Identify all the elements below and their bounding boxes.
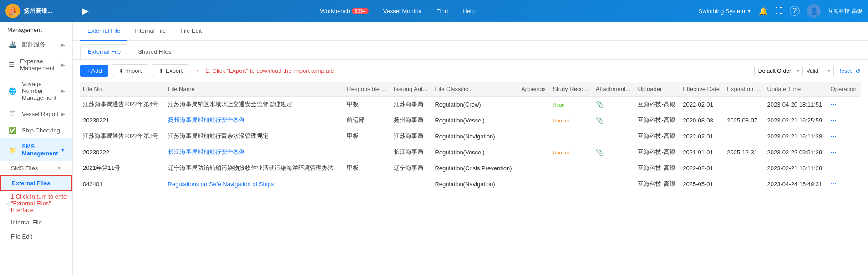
file-name-link[interactable]: Regulations on Safe Navigation of Ships <box>168 181 274 188</box>
cell-file-no: 042401 <box>80 176 165 192</box>
cell-file-name[interactable]: Regulations on Safe Navigation of Ships <box>165 176 345 192</box>
header-nav: Workbench 8934 Vessel Monitor Find Help <box>96 8 699 15</box>
cell-classification: Regulation(Navigation) <box>432 176 518 192</box>
cell-responsible: 航运部 <box>344 112 391 128</box>
sidebar-item-vessel-report[interactable]: 📋 Vessel Report ▶ <box>0 106 72 122</box>
paperclip-icon[interactable]: 📎 <box>596 148 604 156</box>
nav-find[interactable]: Find <box>437 8 448 15</box>
sidebar-item-expense-management[interactable]: ☰ Expense Management ▶ <box>0 53 72 76</box>
order-select[interactable]: Default Order <box>754 66 803 76</box>
study-record-badge: Unread <box>553 150 569 155</box>
subtab-shared-files[interactable]: Shared Files <box>130 44 179 59</box>
vessel-report-icon: 📋 <box>9 110 16 117</box>
file-table: File No. File Name Responsible ... Issui… <box>80 82 861 192</box>
cell-attachment <box>593 160 635 176</box>
layout: Management 🚢 船舶服务 ▶ ☰ Expense Management… <box>0 22 868 275</box>
cell-file-name[interactable]: 长江海事局船舶航行安全条例 <box>165 144 345 160</box>
paperclip-icon[interactable]: 📎 <box>596 117 604 124</box>
col-expiration: Expiration ... <box>724 82 764 97</box>
cell-responsible: 甲板 <box>344 128 391 144</box>
cell-effective-date: 2020-08-08 <box>680 112 724 128</box>
nav-help[interactable]: Help <box>462 8 475 15</box>
cell-appendix <box>518 176 550 192</box>
switching-chevron: ▼ <box>747 9 751 14</box>
cell-uploader: 互海科技-高银 <box>635 97 680 112</box>
cell-expiration <box>724 160 764 176</box>
cell-file-no: 20230221 <box>80 112 165 128</box>
cell-effective-date: 2025-05-01 <box>680 176 724 192</box>
cell-issuing-auth: 辽宁海事局 <box>391 160 432 176</box>
table-container: File No. File Name Responsible ... Issui… <box>73 82 868 275</box>
sidebar-item-internal-file[interactable]: Internal File <box>0 215 72 229</box>
cell-classification: Regulation(Crisis Prevention) <box>432 160 518 176</box>
sidebar-item-ship-services[interactable]: 🚢 船舶服务 ▶ <box>0 36 72 53</box>
username: 互海科技-高银 <box>828 7 863 15</box>
cell-responsible: 甲板 <box>344 160 391 176</box>
cell-expiration: 2025-12-31 <box>724 144 764 160</box>
table-row: 2021年第11号 辽宁海事局防治船舶污染物接收作业活动污染海洋环境管理办法 甲… <box>80 160 861 176</box>
cell-expiration <box>724 176 764 192</box>
action-btn[interactable]: ··· <box>831 132 837 140</box>
cell-study-record <box>550 176 593 192</box>
avatar[interactable]: 👤 <box>807 4 821 18</box>
expense-icon: ☰ <box>9 61 15 68</box>
import-icon: ⬇ <box>119 68 123 74</box>
subtab-external-file[interactable]: External File <box>80 44 128 59</box>
nav-workbench[interactable]: Workbench 8934 <box>320 8 369 15</box>
valid-select[interactable] <box>822 66 834 76</box>
paperclip-icon[interactable]: 📎 <box>596 101 604 108</box>
action-btn[interactable]: ··· <box>831 164 837 172</box>
export-button[interactable]: ⬆ Export <box>152 64 189 77</box>
cell-responsible <box>344 144 391 160</box>
action-btn[interactable]: ··· <box>831 180 837 188</box>
cell-attachment: 📎 <box>593 144 635 160</box>
logo[interactable]: ⛵ 扬州高银... <box>5 4 78 18</box>
reset-button[interactable]: Reset <box>838 68 852 74</box>
cell-uploader: 互海科技-高银 <box>635 160 680 176</box>
forward-btn[interactable]: ▶ <box>82 6 89 16</box>
sms-management-icon: 📁 <box>9 146 16 153</box>
sms-files-chevron: ▼ <box>57 166 61 171</box>
cell-file-name: 江苏海事局船舶航行富余水深管理规定 <box>165 128 345 144</box>
toolbar: + Add ⬇ Import ⬆ Export ← 2. Click "Expo… <box>73 60 868 82</box>
sidebar-item-file-edit[interactable]: File Edit <box>0 229 72 244</box>
cell-effective-date: 2022-02-01 <box>680 97 724 112</box>
action-btn[interactable]: ··· <box>831 116 837 124</box>
cell-operation: ··· <box>828 112 861 128</box>
action-btn[interactable]: ··· <box>831 148 837 156</box>
cell-file-name[interactable]: 扬州海事局船舶航行安全条例 <box>165 112 345 128</box>
sidebar-item-voyage-number[interactable]: 🌐 Voyage Number Management ▶ <box>0 76 72 106</box>
help-icon[interactable]: ? <box>790 6 800 16</box>
import-button[interactable]: ⬇ Import <box>112 64 149 77</box>
cell-uploader: 互海科技-高银 <box>635 144 680 160</box>
valid-label: Valid <box>807 68 818 74</box>
cell-issuing-auth: 长江海事局 <box>391 144 432 160</box>
action-btn[interactable]: ··· <box>831 100 837 108</box>
bell-icon[interactable]: 🔔 <box>759 7 768 15</box>
sidebar-item-ship-checking[interactable]: ✅ Ship Checking <box>0 122 72 138</box>
tab-external-file[interactable]: External File <box>80 22 127 41</box>
nav-vessel-monitor[interactable]: Vessel Monitor <box>383 8 422 15</box>
sidebar-item-external-files[interactable]: External Files <box>0 175 72 191</box>
voyage-icon: 🌐 <box>9 87 16 95</box>
workbench-badge: 8934 <box>352 8 368 14</box>
file-name-link[interactable]: 扬州海事局船舶航行安全条例 <box>168 117 245 123</box>
vessel-report-chevron: ▶ <box>61 112 65 117</box>
expand-icon[interactable]: ⛶ <box>775 7 782 15</box>
expense-chevron: ▶ <box>61 62 65 67</box>
col-appendix: Appendix <box>518 82 550 97</box>
file-name-link[interactable]: 长江海事局船舶航行安全条例 <box>168 148 245 155</box>
add-button[interactable]: + Add <box>80 65 108 77</box>
voyage-chevron: ▶ <box>61 88 65 93</box>
toolbar-right: Default Order Valid Reset ↺ <box>754 66 861 76</box>
switching-system[interactable]: Switching System ▼ <box>699 8 752 15</box>
reset-icon[interactable]: ↺ <box>855 67 861 75</box>
col-file-name: File Name <box>165 82 345 97</box>
study-record-badge: Unread <box>553 118 569 123</box>
tab-internal-file[interactable]: Internal File <box>127 22 173 41</box>
col-operation: Operation <box>828 82 861 97</box>
tab-file-edit[interactable]: File Edit <box>173 22 209 41</box>
study-record-badge: Read <box>553 102 564 107</box>
sidebar-item-sms-files[interactable]: SMS Files ▼ <box>0 161 72 175</box>
sidebar-item-sms-management[interactable]: 📁 SMS Management ▼ <box>0 138 72 161</box>
